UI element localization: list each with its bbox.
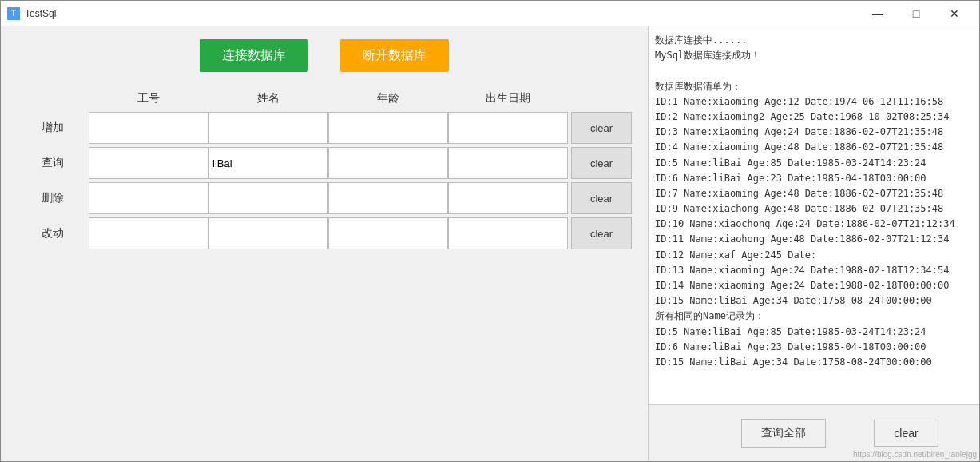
log-line: ID:4 Name:xiaoming Age:48 Date:1886-02-0… bbox=[655, 140, 979, 155]
log-area: 数据库连接中......MySql数据库连接成功！ 数据库数据清单为：ID:1 … bbox=[649, 26, 979, 405]
update-age-input[interactable] bbox=[328, 217, 448, 249]
delete-age-input[interactable] bbox=[328, 182, 448, 214]
log-line: ID:5 Name:liBai Age:85 Date:1985-03-24T1… bbox=[655, 325, 979, 340]
top-buttons: 连接数据库 断开数据库 bbox=[17, 39, 632, 72]
connect-button[interactable]: 连接数据库 bbox=[200, 39, 308, 72]
log-line bbox=[655, 63, 979, 78]
right-panel: 数据库连接中......MySql数据库连接成功！ 数据库数据清单为：ID:1 … bbox=[648, 26, 979, 461]
window-controls: — □ ✕ bbox=[859, 2, 973, 25]
add-clear-button[interactable]: clear bbox=[571, 112, 632, 144]
title-bar: T TestSql — □ ✕ bbox=[1, 1, 979, 26]
log-line: ID:9 Name:xiachong Age:48 Date:1886-02-0… bbox=[655, 201, 979, 217]
col-id: 工号 bbox=[89, 88, 208, 109]
delete-clear-button[interactable]: clear bbox=[571, 182, 632, 214]
delete-date-input[interactable] bbox=[448, 182, 568, 214]
add-age-input[interactable] bbox=[328, 112, 448, 144]
query-name-input[interactable] bbox=[208, 147, 328, 179]
log-line: ID:14 Name:xiaoming Age:24 Date:1988-02-… bbox=[655, 278, 979, 293]
table-row: 删除 clear bbox=[17, 182, 632, 214]
log-line: ID:15 Name:liBai Age:34 Date:1758-08-24T… bbox=[655, 355, 979, 370]
col-age: 年龄 bbox=[328, 88, 448, 109]
app-icon: T bbox=[7, 7, 20, 20]
log-line: ID:6 Name:liBai Age:23 Date:1985-04-18T0… bbox=[655, 340, 979, 355]
query-age-input[interactable] bbox=[328, 147, 448, 179]
delete-name-input[interactable] bbox=[208, 182, 328, 214]
table-row: 改动 clear bbox=[17, 217, 632, 249]
update-name-input[interactable] bbox=[208, 217, 328, 249]
col-action bbox=[568, 88, 632, 109]
minimize-button[interactable]: — bbox=[859, 2, 896, 25]
row-label-add: 增加 bbox=[17, 117, 89, 138]
log-line: 数据库连接中...... bbox=[655, 33, 979, 48]
log-line: ID:2 Name:xiaoming2 Age:25 Date:1968-10-… bbox=[655, 110, 979, 125]
query-id-input[interactable] bbox=[89, 147, 208, 179]
main-window: T TestSql — □ ✕ 连接数据库 断开数据库 工号 姓名 年龄 bbox=[0, 0, 980, 462]
query-date-input[interactable] bbox=[448, 147, 568, 179]
log-line: ID:6 Name:liBai Age:23 Date:1985-04-18T0… bbox=[655, 171, 979, 186]
log-line: ID:3 Name:xiaoming Age:24 Date:1886-02-0… bbox=[655, 125, 979, 140]
watermark: https://blog.csdn.net/biren_taolejgg bbox=[853, 450, 977, 459]
log-line: ID:15 Name:liBai Age:34 Date:1758-08-24T… bbox=[655, 293, 979, 309]
update-clear-button[interactable]: clear bbox=[571, 217, 632, 249]
log-line: ID:12 Name:xaf Age:245 Date: bbox=[655, 248, 979, 263]
query-all-button[interactable]: 查询全部 bbox=[741, 419, 826, 448]
update-id-input[interactable] bbox=[89, 217, 208, 249]
clear-log-button[interactable]: clear bbox=[874, 420, 938, 447]
log-line: ID:11 Name:xiaohong Age:48 Date:1886-02-… bbox=[655, 232, 979, 247]
row-label-update: 改动 bbox=[17, 223, 89, 244]
table-row: 增加 clear bbox=[17, 112, 632, 144]
window-title: TestSql bbox=[25, 8, 859, 19]
row-label-delete: 删除 bbox=[17, 188, 89, 209]
log-line: ID:13 Name:xiaoming Age:24 Date:1988-02-… bbox=[655, 263, 979, 278]
table-header: 工号 姓名 年龄 出生日期 bbox=[17, 88, 632, 109]
add-id-input[interactable] bbox=[89, 112, 208, 144]
main-content: 连接数据库 断开数据库 工号 姓名 年龄 出生日期 增加 bbox=[1, 26, 979, 461]
log-line: ID:10 Name:xiaochong Age:24 Date:1886-02… bbox=[655, 217, 979, 232]
log-line: ID:5 Name:liBai Age:85 Date:1985-03-24T1… bbox=[655, 156, 979, 171]
left-panel: 连接数据库 断开数据库 工号 姓名 年龄 出生日期 增加 bbox=[1, 26, 648, 461]
add-date-input[interactable] bbox=[448, 112, 568, 144]
update-date-input[interactable] bbox=[448, 217, 568, 249]
add-name-input[interactable] bbox=[208, 112, 328, 144]
close-button[interactable]: ✕ bbox=[936, 2, 973, 25]
table-row: 查询 clear bbox=[17, 147, 632, 179]
col-name: 姓名 bbox=[208, 88, 328, 109]
delete-id-input[interactable] bbox=[89, 182, 208, 214]
maximize-button[interactable]: □ bbox=[898, 2, 934, 25]
log-line: ID:7 Name:xiaoming Age:48 Date:1886-02-0… bbox=[655, 186, 979, 201]
disconnect-button[interactable]: 断开数据库 bbox=[340, 39, 449, 72]
col-empty bbox=[17, 88, 89, 109]
log-line: 所有相同的Name记录为： bbox=[655, 309, 979, 324]
row-label-query: 查询 bbox=[17, 153, 89, 173]
log-line: 数据库数据清单为： bbox=[655, 79, 979, 94]
query-clear-button[interactable]: clear bbox=[571, 147, 632, 179]
log-line: MySql数据库连接成功！ bbox=[655, 48, 979, 63]
data-table: 工号 姓名 年龄 出生日期 增加 clear 查询 bbox=[17, 88, 632, 448]
log-line: ID:1 Name:xiaoming Age:12 Date:1974-06-1… bbox=[655, 94, 979, 110]
col-date: 出生日期 bbox=[448, 88, 568, 109]
